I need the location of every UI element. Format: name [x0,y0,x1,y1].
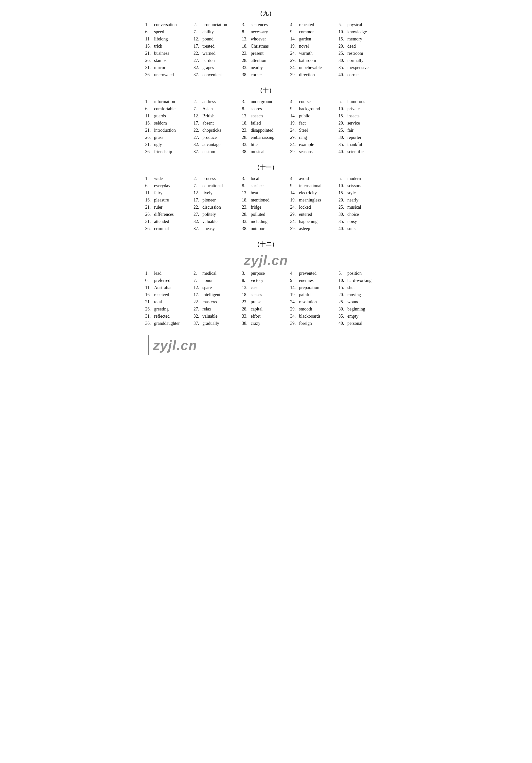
list-item: 9.background [290,106,339,112]
word-text: international [299,183,321,188]
word-number: 36. [145,72,153,77]
word-text: sentences [251,22,268,27]
word-number: 1. [145,271,153,276]
word-number: 4. [290,176,298,181]
list-item: 12.lively [193,190,242,196]
list-item: 1.conversation [145,22,193,28]
list-item: 14.electricity [290,190,339,196]
list-item: 23.fridge [242,204,290,210]
word-number: 24. [290,205,298,210]
word-number: 17. [193,121,201,126]
word-number: 40. [339,226,346,231]
word-text: private [347,106,360,111]
word-text: scissors [347,183,361,188]
word-text: foreign [299,321,312,326]
word-number: 5. [339,22,346,27]
bottom-watermark-text: zyjl.cn [153,338,197,353]
word-text: nearly [347,197,359,203]
list-item: 40.scientific [339,149,387,155]
list-item: 7.educational [193,183,242,189]
list-item: 15.insects [339,113,387,119]
word-number: 24. [290,128,298,133]
section-title: （十二） [145,241,387,248]
word-number: 19. [290,44,298,49]
list-item: 6.everyday [145,183,193,189]
list-item: 24.resolution [290,299,339,305]
list-item: 36.granddaughter [145,320,193,327]
list-item: 31.attended [145,218,193,225]
word-text: restroom [347,51,363,56]
word-number: 7. [193,106,201,111]
list-item: 8.scores [242,106,290,112]
word-number: 22. [193,51,201,56]
word-text: disappointed [251,128,273,133]
word-text: beginning [347,306,365,312]
list-item: 35.empty [339,313,387,319]
list-item: 18.Christmas [242,43,290,49]
word-number: 11. [145,113,153,119]
word-text: normally [347,58,364,63]
word-number: 19. [290,292,298,297]
list-item: 17.pioneer [193,197,242,203]
list-item: 20.dead [339,43,387,49]
word-number: 16. [145,197,153,203]
list-item: 9.common [290,29,339,35]
section-title: （九） [145,10,387,17]
word-text: gradually [202,321,219,326]
word-number: 24. [290,299,298,304]
list-item: 29.smooth [290,306,339,312]
list-item: 25.musical [339,204,387,210]
list-item: 20.nearly [339,197,387,203]
watermark-text: zyjl.cn [244,253,288,268]
list-item: 34.unbelievable [290,64,339,71]
list-item: 6.preferred [145,277,193,283]
list-item: 31.mirror [145,64,193,71]
word-number: 25. [339,299,346,304]
word-text: physical [347,22,362,27]
word-text: seldom [154,121,167,126]
word-text: insects [347,113,360,119]
list-item: 14.public [290,113,339,119]
word-number: 15. [339,113,346,119]
list-item: 3.purpose [242,270,290,276]
word-text: victory [251,278,263,283]
list-item: 17.treated [193,43,242,49]
word-text: local [251,176,259,181]
word-text: noisy [347,219,357,224]
word-number: 14. [290,37,298,42]
word-text: ability [202,29,214,35]
word-number: 33. [242,219,250,224]
list-item: 21.ruler [145,204,193,210]
word-number: 10. [339,183,346,188]
word-number: 35. [339,65,346,70]
section-section11: （十一）1.wide2.process3.local4.avoid5.moder… [145,164,387,232]
word-text: embarrassing [251,135,274,140]
list-item: 2.process [193,175,242,182]
word-text: discussion [202,205,221,210]
word-number: 39. [290,149,298,155]
word-text: valuable [202,314,217,319]
word-text: process [202,176,216,181]
list-item: 2.address [193,99,242,105]
word-text: capital [251,306,263,312]
word-text: heat [251,190,258,195]
word-text: pardon [202,58,215,63]
word-number: 19. [290,197,298,203]
word-text: unbelievable [299,65,322,70]
word-text: avoid [299,176,309,181]
list-item: 30.normally [339,57,387,63]
word-text: criminal [154,226,169,231]
word-text: Steel [299,128,308,133]
word-number: 27. [193,306,201,312]
list-item: 13.heat [242,190,290,196]
word-text: common [299,29,315,35]
word-text: crazy [251,321,260,326]
word-number: 28. [242,212,250,217]
list-item: 39.direction [290,72,339,78]
word-text: personal [347,321,363,326]
word-number: 16. [145,292,153,297]
word-number: 16. [145,44,153,49]
word-text: direction [299,72,315,77]
word-text: effort [251,314,261,319]
word-number: 13. [242,113,250,119]
